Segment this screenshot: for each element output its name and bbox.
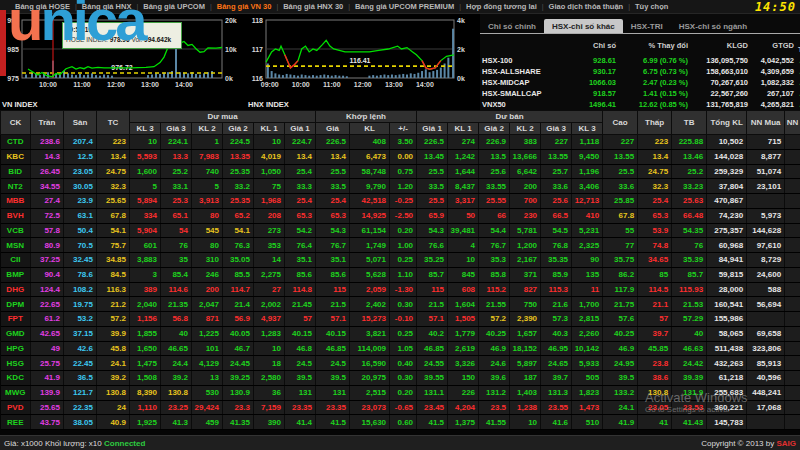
quote-row-REE[interactable]: REE43.7538.0540.91,92541.345941.3539041.… xyxy=(1,415,800,430)
cell-avg: 76 xyxy=(672,238,707,253)
cell-gia3-buy: 24.4 xyxy=(161,356,192,371)
quote-row-DHG[interactable]: DHG124.4108.2116.3389114.6200114.727114.… xyxy=(1,282,800,297)
nav-tab-1[interactable]: Bảng giá HOSE xyxy=(10,2,75,11)
quote-row-CII[interactable]: CII37.2532.4534.853,8833531035.051435.13… xyxy=(1,253,800,268)
index-advancers: ▲101 —41 xyxy=(796,66,800,77)
quote-row-MWG[interactable]: MWG139.9121.7130.88,390130.8530130.93613… xyxy=(1,385,800,400)
stock-code[interactable]: PVD xyxy=(1,400,31,415)
stock-code[interactable]: GMD xyxy=(1,326,31,341)
stock-code[interactable]: BID xyxy=(1,164,31,179)
cell-gia-match: 24.5 xyxy=(316,356,350,371)
nav-tab-6[interactable]: Bảng giá UPCOM PREMIUM xyxy=(350,2,459,11)
cell-kl1-sell: 50 xyxy=(448,208,479,223)
svg-text:0k: 0k xyxy=(225,75,233,82)
quote-row-VCB[interactable]: VCB57.850.454.15,9045454554.127354.254.3… xyxy=(1,223,800,238)
panel-tab-2[interactable]: HSX-chỉ số khác xyxy=(544,19,623,33)
reference-price: 13.4 xyxy=(97,149,130,164)
index-change: 12.62 (0.85 %) xyxy=(618,99,690,110)
quote-row-CTD[interactable]: CTD238.6207.422310224.11224.510224.7226.… xyxy=(1,135,800,150)
cell-gia1-sell: 65.9 xyxy=(417,208,448,223)
stock-code[interactable]: HPG xyxy=(1,341,31,356)
quote-row-MBB[interactable]: MBB27.423.925.655,89425.33,91325.351,968… xyxy=(1,194,800,209)
cell-gia2-sell: 41.55 xyxy=(479,415,510,430)
stock-code[interactable]: NT2 xyxy=(1,179,31,194)
quote-row-KBC[interactable]: KBC14.312.513.45,59313.37,98313.354,0191… xyxy=(1,149,800,164)
tooltip-index-value: 978.96 xyxy=(110,36,130,43)
stock-code[interactable]: DPM xyxy=(1,297,31,312)
cell-kl-match: 6,473 xyxy=(350,149,390,164)
nav-tab-2[interactable]: Bảng giá HNX xyxy=(77,2,137,11)
cell-high: 77 xyxy=(603,238,638,253)
cell-kl3-buy: 1,156 xyxy=(130,312,161,327)
cell-kl3-sell: 5,231 xyxy=(572,223,603,238)
quote-row-KDC[interactable]: KDC41.936.539.21,50839.21339.252,58039.5… xyxy=(1,371,800,386)
cell-kl1-sell: 4,204 xyxy=(448,400,479,415)
quote-row-HSG[interactable]: HSG25.7522.4524.11,47524.44,12924.451824… xyxy=(1,356,800,371)
stock-code[interactable]: MBB xyxy=(1,194,31,209)
quote-table-head: CKTrầnSànTCDư muaKhớp lệnhDư bánCaoThấpT… xyxy=(1,111,800,135)
nav-tab-3[interactable]: Bảng giá UPCOM xyxy=(138,2,210,11)
quote-table-body: CTD238.6207.422310224.11224.510224.7226.… xyxy=(1,135,800,430)
stock-code[interactable]: VCB xyxy=(1,223,31,238)
nav-tab-9[interactable]: Tùy chọn xyxy=(630,2,673,11)
stock-code[interactable]: KDC xyxy=(1,371,31,386)
quote-row-NT2[interactable]: NT234.5530.0532.3533.1533.27533.333.59,7… xyxy=(1,179,800,194)
stock-code[interactable]: FPT xyxy=(1,312,31,327)
cell-gia3-sell: 227 xyxy=(541,135,572,150)
stock-code[interactable]: CTD xyxy=(1,135,31,150)
cell-change: 3.50 xyxy=(390,135,417,150)
svg-text:10k: 10k xyxy=(225,46,237,53)
cell-nn-sell xyxy=(785,267,800,282)
stock-code[interactable]: KBC xyxy=(1,149,31,164)
stock-code[interactable]: REE xyxy=(1,415,31,430)
quote-row-HPG[interactable]: HPG4942.645.81,65046.6510146.71046.846.8… xyxy=(1,341,800,356)
cell-kl1-buy: 1,968 xyxy=(254,194,285,209)
stock-code[interactable]: BVH xyxy=(1,208,31,223)
stock-code[interactable]: CII xyxy=(1,253,31,268)
quote-row-BID[interactable]: BID26.4523.0524.751,60025.274025.351,050… xyxy=(1,164,800,179)
cell-avg: 40 xyxy=(672,326,707,341)
svg-text:10:00: 10:00 xyxy=(39,81,57,88)
nav-tab-4[interactable]: Bảng giá VN 30 xyxy=(212,2,277,11)
stock-code[interactable]: MSN xyxy=(1,238,31,253)
cell-kl2-sell: 6,642 xyxy=(510,164,541,179)
nav-tab-5[interactable]: Bảng giá HNX 30 xyxy=(278,2,348,11)
index-value: 1496.41 xyxy=(562,99,618,110)
panel-tab-1[interactable]: Chỉ số chính xyxy=(480,19,544,33)
index-klgd: 22,567,260 xyxy=(690,88,750,99)
quote-row-BMP[interactable]: BMP90.478.684.5385.424685.52,27585.685.6… xyxy=(1,267,800,282)
cell-high: 24.1 xyxy=(603,400,638,415)
quote-row-GMD[interactable]: GMD42.6537.1539.91,855401,22540.051,2834… xyxy=(1,326,800,341)
quote-row-DPM[interactable]: DPM22.6519.7521.22,04021.352,04721.42,00… xyxy=(1,297,800,312)
ceiling-price: 80.9 xyxy=(31,238,64,253)
cell-kl1-sell: 4 xyxy=(448,238,479,253)
stock-code[interactable]: BMP xyxy=(1,267,31,282)
panel-tab-3[interactable]: HSX-TRI xyxy=(623,19,671,33)
cell-gia2-buy: 33.2 xyxy=(223,179,254,194)
ceiling-price: 90.4 xyxy=(31,267,64,282)
quote-row-FPT[interactable]: FPT61.253.257.21,15656.887156.94,9375757… xyxy=(1,312,800,327)
reference-price: 24.75 xyxy=(97,164,130,179)
stock-code[interactable]: DHG xyxy=(1,282,31,297)
cell-kl1-buy: 353 xyxy=(254,238,285,253)
quote-col-sub: Giá 1 xyxy=(417,123,448,135)
stock-code[interactable]: MWG xyxy=(1,385,31,400)
cell-gia1-sell: 85.7 xyxy=(417,267,448,282)
nav-tab-7[interactable]: Hợp đồng tương lai xyxy=(461,2,542,11)
nav-tab-8[interactable]: Giao dịch thỏa thuận xyxy=(544,2,629,11)
panel-tab-4[interactable]: HSX-chỉ số ngành xyxy=(671,19,755,33)
connection-status: Connected xyxy=(104,439,145,448)
quote-col-sub: KL 3 xyxy=(572,123,603,135)
cell-gia3-buy: 33.1 xyxy=(161,179,192,194)
cell-nn-sell xyxy=(785,135,800,150)
stock-code[interactable]: HSG xyxy=(1,356,31,371)
cell-gia2-buy: 41.35 xyxy=(223,415,254,430)
quote-row-MSN[interactable]: MSN80.970.575.7601768076.335376.476.71,7… xyxy=(1,238,800,253)
cell-gia2-buy: 25.35 xyxy=(223,194,254,209)
reference-price: 223 xyxy=(97,135,130,150)
cell-nn-buy: 85,913 xyxy=(747,356,785,371)
floor-price: 19.75 xyxy=(64,297,97,312)
quote-row-BVH[interactable]: BVH72.563.167.833465.18065.220865.365.31… xyxy=(1,208,800,223)
cell-gia3-sell: 40.3 xyxy=(541,326,572,341)
quote-row-PVD[interactable]: PVD25.6522.35241,11023.2529,42423.37,159… xyxy=(1,400,800,415)
